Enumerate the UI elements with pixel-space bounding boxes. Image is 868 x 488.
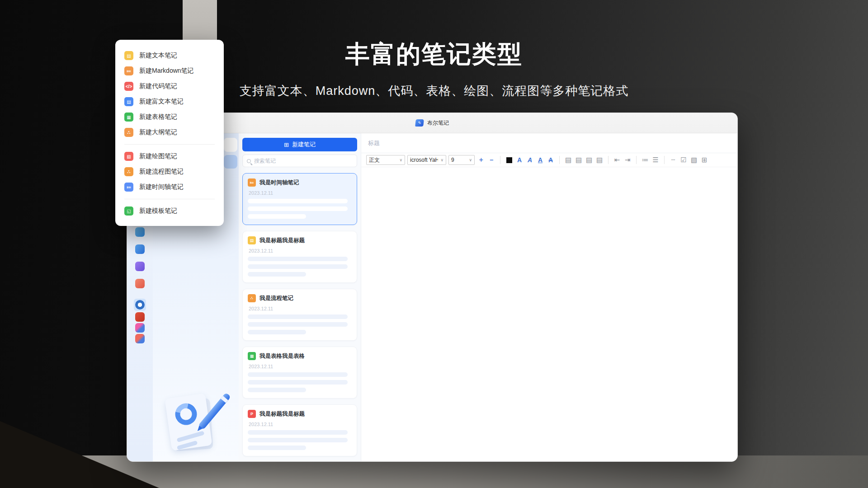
paragraph-style-select[interactable]: 正文 ∨ [366, 155, 405, 165]
content-placeholder-bar [248, 330, 306, 334]
flowchart-note-icon: ∴ [248, 294, 256, 302]
timeline-note-icon: ≔ [248, 178, 256, 187]
align-justify-icon[interactable]: ▤ [595, 155, 604, 165]
search-input[interactable] [254, 158, 353, 164]
table-note-icon: ▦ [248, 352, 256, 360]
numbered-list-icon[interactable]: ≔ [641, 155, 649, 165]
content-placeholder-bar [248, 264, 348, 269]
table-icon[interactable]: ⊞ [700, 155, 708, 165]
notebook-illustration [165, 392, 222, 455]
menu-item-table-note[interactable]: ▦ 新建表格笔记 [115, 109, 224, 125]
donut-chart-graphic [171, 399, 201, 429]
checkbox-icon[interactable]: ☑ [679, 155, 688, 165]
indent-increase-icon[interactable]: ⇥ [623, 155, 632, 165]
menu-item-template-note[interactable]: ◱ 新建模板笔记 [115, 203, 224, 219]
selected-folder-item[interactable] [224, 155, 237, 169]
chat-doc-icon[interactable] [135, 244, 145, 254]
menu-item-label: 新建Markdown笔记 [139, 67, 194, 75]
align-center-icon[interactable]: ▤ [575, 155, 583, 165]
editor-area: 标题 正文 ∨ icrosoft YaHei UI ∨ 9 ∨ ＋ − [361, 133, 737, 462]
indent-decrease-icon[interactable]: ⇤ [613, 155, 621, 165]
toolbar-divider [559, 156, 560, 164]
note-date: 2023.12.11 [249, 190, 352, 196]
content-placeholder-bar [248, 446, 306, 450]
search-box[interactable] [242, 155, 357, 167]
stack-icon[interactable] [135, 312, 145, 322]
menu-item-code-note[interactable]: </> 新建代码笔记 [115, 79, 224, 94]
plus-icon: ⊞ [284, 141, 289, 148]
font-family-select[interactable]: icrosoft YaHei UI ∨ [407, 155, 446, 165]
image-icon[interactable]: ▧ [690, 155, 698, 165]
chevron-down-icon: ∨ [399, 158, 402, 162]
menu-item-label: 新建模板笔记 [139, 207, 177, 215]
bold-icon[interactable]: A [515, 155, 524, 165]
bullet-list-icon[interactable]: ☰ [651, 155, 660, 165]
toolbar-divider [608, 156, 609, 164]
search-icon [247, 159, 251, 163]
underline-icon[interactable]: A [536, 155, 544, 165]
font-size-select[interactable]: 9 ∨ [448, 155, 475, 165]
menu-item-text-note[interactable]: ▤ 新建文本笔记 [115, 48, 224, 63]
s-logo-icon[interactable] [135, 300, 145, 310]
text-note-icon: ▤ [124, 51, 133, 60]
k-logo-icon[interactable] [135, 323, 145, 333]
note-title: 我是表格我是表格 [259, 352, 305, 360]
increase-font-icon[interactable]: ＋ [477, 155, 485, 165]
menu-item-outline-note[interactable]: ∴ 新建大纲笔记 [115, 125, 224, 140]
content-placeholder-bar [248, 272, 306, 277]
content-placeholder-bar [248, 257, 348, 261]
menu-item-label: 新建文本笔记 [139, 52, 177, 60]
menu-item-label: 新建表格笔记 [139, 113, 177, 121]
chevron-down-icon: ∨ [469, 158, 472, 162]
new-note-button[interactable]: ⊞ 新建笔记 [242, 138, 357, 151]
toolbar-divider [664, 156, 665, 164]
rings-icon[interactable] [135, 334, 145, 343]
home-icon[interactable] [135, 279, 145, 288]
strikethrough-icon[interactable]: A [547, 155, 555, 165]
content-placeholder-bar [248, 438, 348, 442]
contacts-icon[interactable] [135, 227, 145, 237]
timeline-note-icon: ≔ [124, 183, 133, 192]
content-placeholder-bar [248, 372, 348, 377]
toolbar-divider [636, 156, 637, 164]
editor-canvas[interactable] [361, 167, 737, 462]
title-placeholder: 标题 [368, 139, 380, 147]
note-title-field[interactable]: 标题 [361, 133, 737, 153]
menu-divider [124, 144, 215, 145]
content-placeholder-bar [248, 206, 348, 211]
table-note-icon: ▦ [124, 113, 133, 122]
chevron-down-icon: ∨ [440, 158, 443, 162]
menu-item-drawing-note[interactable]: ▧ 新建绘图笔记 [115, 149, 224, 164]
community-icon[interactable] [135, 262, 145, 271]
note-title: 我是标题我是标题 [259, 410, 305, 418]
align-left-icon[interactable]: ▤ [564, 155, 572, 165]
note-card[interactable]: ▦ 我是表格我是表格 2023.12.11 [242, 347, 357, 399]
template-note-icon: ◱ [124, 206, 133, 216]
collapse-button[interactable] [224, 138, 237, 152]
content-placeholder-bar [248, 199, 348, 203]
menu-item-label: 新建流程图笔记 [139, 168, 184, 176]
s-logo-selected[interactable] [134, 299, 146, 311]
text-line-graphic [176, 431, 204, 442]
italic-icon[interactable]: A [526, 155, 534, 165]
note-date: 2023.12.11 [249, 248, 352, 253]
color-swatch-icon [506, 157, 512, 163]
paragraph-style-value: 正文 [369, 156, 380, 164]
menu-item-markdown-note[interactable]: ≔ 新建Markdown笔记 [115, 63, 224, 79]
menu-item-flowchart-note[interactable]: ∴ 新建流程图笔记 [115, 164, 224, 179]
toolbar-divider [500, 156, 500, 164]
font-color-swatch[interactable] [505, 155, 513, 165]
menu-item-timeline-note[interactable]: ≔ 新建时间轴笔记 [115, 179, 224, 195]
menu-item-label: 新建时间轴笔记 [139, 183, 184, 191]
note-card[interactable]: P 我是标题我是标题 2023.12.11 [242, 404, 357, 456]
align-right-icon[interactable]: ▤ [585, 155, 593, 165]
note-card[interactable]: ▤ 我是标题我是标题 2023.12.11 [242, 231, 357, 283]
note-card[interactable]: ≔ 我是时间轴笔记 2023.12.11 [242, 173, 357, 225]
content-placeholder-bar [248, 322, 348, 327]
decrease-font-icon[interactable]: − [487, 155, 495, 165]
horizontal-rule-icon[interactable]: ┄ [669, 155, 677, 165]
code-note-icon: </> [124, 82, 133, 91]
menu-item-label: 新建富文本笔记 [139, 98, 184, 106]
menu-item-richtext-note[interactable]: ▤ 新建富文本笔记 [115, 94, 224, 109]
note-card[interactable]: ∴ 我是流程笔记 2023.12.11 [242, 289, 357, 341]
